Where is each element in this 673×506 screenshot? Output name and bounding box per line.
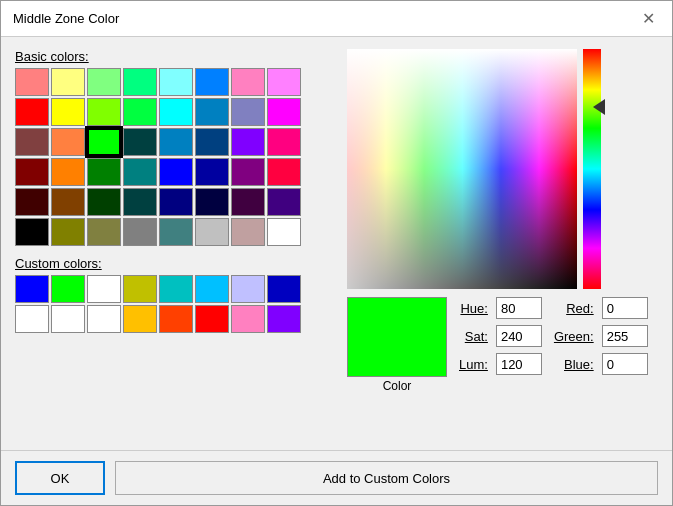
green-label: Green: xyxy=(554,329,594,344)
basic-color-cell[interactable] xyxy=(87,68,121,96)
basic-color-cell[interactable] xyxy=(195,68,229,96)
basic-colors-section: Basic colors: xyxy=(15,49,335,246)
basic-color-cell[interactable] xyxy=(87,218,121,246)
basic-color-cell[interactable] xyxy=(51,158,85,186)
hue-strip[interactable] xyxy=(583,49,601,289)
basic-color-cell[interactable] xyxy=(231,98,265,126)
basic-color-cell[interactable] xyxy=(159,188,193,216)
basic-color-cell[interactable] xyxy=(51,98,85,126)
hue-arrow xyxy=(593,99,605,115)
dialog-footer: OK Add to Custom Colors xyxy=(1,450,672,505)
basic-color-cell[interactable] xyxy=(51,128,85,156)
custom-color-cell[interactable] xyxy=(195,275,229,303)
basic-color-cell[interactable] xyxy=(15,188,49,216)
basic-color-cell[interactable] xyxy=(195,98,229,126)
basic-color-cell[interactable] xyxy=(267,158,301,186)
ok-button[interactable]: OK xyxy=(15,461,105,495)
basic-color-cell[interactable] xyxy=(231,128,265,156)
basic-color-cell[interactable] xyxy=(87,98,121,126)
custom-color-cell[interactable] xyxy=(231,305,265,333)
custom-color-cell[interactable] xyxy=(51,305,85,333)
custom-color-cell[interactable] xyxy=(87,305,121,333)
red-input[interactable] xyxy=(602,297,648,319)
basic-colors-label: Basic colors: xyxy=(15,49,335,64)
custom-color-cell[interactable] xyxy=(195,305,229,333)
basic-color-cell[interactable] xyxy=(51,218,85,246)
basic-color-cell[interactable] xyxy=(159,158,193,186)
basic-color-cell[interactable] xyxy=(231,218,265,246)
color-values: Hue: Red: Sat: Green: Lum: Blue: xyxy=(459,297,652,375)
basic-color-cell[interactable] xyxy=(87,128,121,156)
title-bar: Middle Zone Color ✕ xyxy=(1,1,672,37)
basic-color-cell[interactable] xyxy=(195,158,229,186)
lum-label: Lum: xyxy=(459,357,488,372)
basic-color-cell[interactable] xyxy=(51,188,85,216)
basic-color-cell[interactable] xyxy=(123,158,157,186)
basic-color-cell[interactable] xyxy=(123,188,157,216)
left-panel: Basic colors: Custom colors: xyxy=(15,49,335,438)
basic-color-cell[interactable] xyxy=(123,218,157,246)
custom-color-cell[interactable] xyxy=(51,275,85,303)
blue-label: Blue: xyxy=(554,357,594,372)
basic-color-cell[interactable] xyxy=(159,68,193,96)
basic-color-cell[interactable] xyxy=(123,128,157,156)
custom-color-cell[interactable] xyxy=(15,275,49,303)
basic-color-cell[interactable] xyxy=(51,68,85,96)
green-input[interactable] xyxy=(602,325,648,347)
basic-color-cell[interactable] xyxy=(159,128,193,156)
custom-color-cell[interactable] xyxy=(231,275,265,303)
basic-color-cell[interactable] xyxy=(231,68,265,96)
basic-color-cell[interactable] xyxy=(15,158,49,186)
basic-color-cell[interactable] xyxy=(231,158,265,186)
custom-color-cell[interactable] xyxy=(159,275,193,303)
basic-color-cell[interactable] xyxy=(15,218,49,246)
custom-color-cell[interactable] xyxy=(267,275,301,303)
color-picker-dialog: Middle Zone Color ✕ Basic colors: Custom… xyxy=(0,0,673,506)
color-preview xyxy=(347,297,447,377)
custom-color-cell[interactable] xyxy=(123,275,157,303)
basic-color-cell[interactable] xyxy=(87,158,121,186)
color-picker-area[interactable] xyxy=(347,49,605,289)
custom-color-cell[interactable] xyxy=(159,305,193,333)
lum-input[interactable] xyxy=(496,353,542,375)
blue-input[interactable] xyxy=(602,353,648,375)
color-label: Color xyxy=(383,379,412,393)
bottom-area: Color Hue: Red: Sat: Green: Lum: Blue: xyxy=(347,297,658,407)
basic-color-cell[interactable] xyxy=(267,218,301,246)
basic-colors-grid xyxy=(15,68,335,246)
sat-input[interactable] xyxy=(496,325,542,347)
basic-color-cell[interactable] xyxy=(267,188,301,216)
custom-color-cell[interactable] xyxy=(87,275,121,303)
basic-color-cell[interactable] xyxy=(159,218,193,246)
sat-label: Sat: xyxy=(459,329,488,344)
basic-color-cell[interactable] xyxy=(15,68,49,96)
basic-color-cell[interactable] xyxy=(15,128,49,156)
basic-color-cell[interactable] xyxy=(231,188,265,216)
basic-color-cell[interactable] xyxy=(123,68,157,96)
basic-color-cell[interactable] xyxy=(195,218,229,246)
basic-color-cell[interactable] xyxy=(15,98,49,126)
custom-colors-grid xyxy=(15,275,335,333)
hue-input[interactable] xyxy=(496,297,542,319)
spectrum-canvas[interactable] xyxy=(347,49,577,289)
custom-colors-section: Custom colors: xyxy=(15,256,335,333)
basic-color-cell[interactable] xyxy=(267,68,301,96)
basic-color-cell[interactable] xyxy=(87,188,121,216)
basic-color-cell[interactable] xyxy=(267,98,301,126)
red-label: Red: xyxy=(554,301,594,316)
basic-color-cell[interactable] xyxy=(195,128,229,156)
basic-color-cell[interactable] xyxy=(195,188,229,216)
custom-color-cell[interactable] xyxy=(267,305,301,333)
add-custom-colors-button[interactable]: Add to Custom Colors xyxy=(115,461,658,495)
custom-color-cell[interactable] xyxy=(15,305,49,333)
basic-color-cell[interactable] xyxy=(159,98,193,126)
dialog-title: Middle Zone Color xyxy=(13,11,119,26)
custom-colors-label: Custom colors: xyxy=(15,256,335,271)
dialog-body: Basic colors: Custom colors: xyxy=(1,37,672,450)
basic-color-cell[interactable] xyxy=(267,128,301,156)
right-panel: Color Hue: Red: Sat: Green: Lum: Blue: xyxy=(347,49,658,438)
custom-color-cell[interactable] xyxy=(123,305,157,333)
hue-label: Hue: xyxy=(459,301,488,316)
close-button[interactable]: ✕ xyxy=(636,7,660,31)
basic-color-cell[interactable] xyxy=(123,98,157,126)
